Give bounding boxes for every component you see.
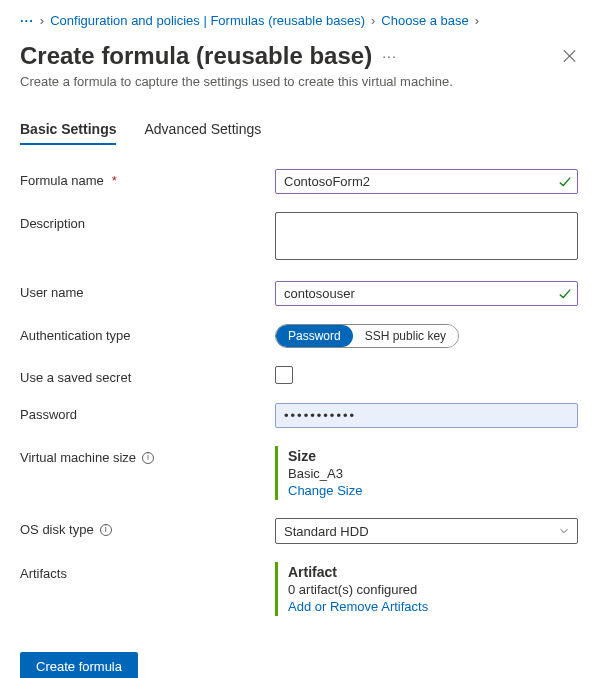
formula-name-input[interactable] xyxy=(275,169,578,194)
label-text: Formula name xyxy=(20,173,104,188)
vm-size-block: Size Basic_A3 Change Size xyxy=(275,446,578,500)
label-password: Password xyxy=(20,403,275,422)
label-text: OS disk type xyxy=(20,522,94,537)
auth-type-option-ssh[interactable]: SSH public key xyxy=(353,325,458,347)
artifacts-heading: Artifact xyxy=(288,564,578,580)
use-saved-secret-checkbox[interactable] xyxy=(275,366,293,384)
breadcrumb-overflow[interactable]: ··· xyxy=(20,13,34,28)
tab-basic-settings[interactable]: Basic Settings xyxy=(20,117,116,145)
breadcrumb: ··· › Configuration and policies | Formu… xyxy=(20,8,578,32)
artifacts-value: 0 artifact(s) configured xyxy=(288,582,578,597)
label-vm-size: Virtual machine size i xyxy=(20,446,275,465)
change-size-link[interactable]: Change Size xyxy=(288,483,362,498)
add-remove-artifacts-link[interactable]: Add or Remove Artifacts xyxy=(288,599,428,614)
artifacts-block: Artifact 0 artifact(s) configured Add or… xyxy=(275,562,578,616)
breadcrumb-link-config[interactable]: Configuration and policies | Formulas (r… xyxy=(50,13,365,28)
create-formula-button[interactable]: Create formula xyxy=(20,652,138,678)
chevron-right-icon: › xyxy=(475,13,479,28)
info-icon[interactable]: i xyxy=(100,524,112,536)
vm-size-value: Basic_A3 xyxy=(288,466,578,481)
chevron-down-icon xyxy=(559,526,569,536)
tab-advanced-settings[interactable]: Advanced Settings xyxy=(144,117,261,145)
label-use-saved-secret: Use a saved secret xyxy=(20,366,275,385)
auth-type-toggle: Password SSH public key xyxy=(275,324,459,348)
label-os-disk-type: OS disk type i xyxy=(20,518,275,537)
label-artifacts: Artifacts xyxy=(20,562,275,581)
description-input[interactable] xyxy=(275,212,578,260)
checkmark-icon xyxy=(558,175,572,189)
checkmark-icon xyxy=(558,287,572,301)
more-actions-icon[interactable]: ··· xyxy=(382,48,397,64)
label-auth-type: Authentication type xyxy=(20,324,275,343)
breadcrumb-link-choose-base[interactable]: Choose a base xyxy=(381,13,468,28)
auth-type-option-password[interactable]: Password xyxy=(276,325,353,347)
label-text: Virtual machine size xyxy=(20,450,136,465)
label-formula-name: Formula name* xyxy=(20,169,275,188)
tabs: Basic Settings Advanced Settings xyxy=(20,117,578,145)
label-user-name: User name xyxy=(20,281,275,300)
info-icon[interactable]: i xyxy=(142,452,154,464)
vm-size-heading: Size xyxy=(288,448,578,464)
label-description: Description xyxy=(20,212,275,231)
password-input[interactable] xyxy=(275,403,578,428)
required-indicator: * xyxy=(112,173,117,188)
os-disk-type-value: Standard HDD xyxy=(284,524,369,539)
os-disk-type-select[interactable]: Standard HDD xyxy=(275,518,578,544)
user-name-input[interactable] xyxy=(275,281,578,306)
page-title: Create formula (reusable base) xyxy=(20,42,372,70)
close-icon[interactable] xyxy=(562,48,578,64)
chevron-right-icon: › xyxy=(40,13,44,28)
page-subtitle: Create a formula to capture the settings… xyxy=(20,74,578,89)
chevron-right-icon: › xyxy=(371,13,375,28)
